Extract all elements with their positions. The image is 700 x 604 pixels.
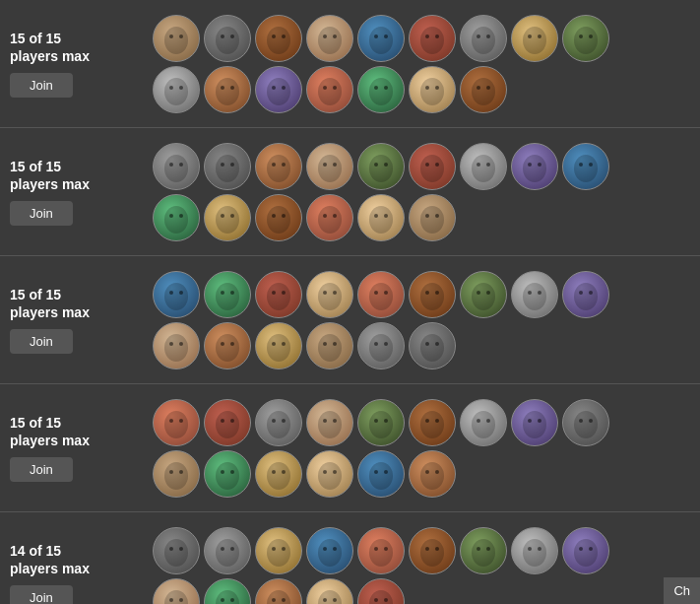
join-button[interactable]: Join [10, 329, 73, 354]
svg-point-21 [523, 27, 546, 54]
svg-point-90 [420, 206, 444, 234]
svg-point-78 [216, 206, 239, 234]
svg-point-96 [216, 283, 239, 310]
join-button[interactable]: Join [10, 73, 73, 98]
avatar [511, 271, 558, 318]
svg-point-60 [369, 155, 393, 182]
svg-point-89 [384, 214, 388, 218]
server-info: 14 of 15 players maxJoin [10, 542, 153, 604]
avatar [255, 66, 302, 113]
svg-point-9 [318, 27, 342, 54]
svg-point-209 [589, 547, 593, 551]
avatar [204, 15, 251, 62]
svg-point-61 [374, 163, 378, 167]
svg-point-51 [216, 155, 239, 182]
svg-point-192 [318, 539, 342, 567]
svg-point-14 [384, 34, 388, 38]
svg-point-125 [230, 342, 234, 346]
svg-point-157 [477, 419, 480, 423]
svg-point-77 [179, 214, 183, 218]
svg-point-186 [216, 539, 239, 567]
svg-point-124 [221, 342, 224, 346]
svg-point-144 [267, 411, 290, 438]
svg-point-40 [374, 86, 378, 90]
svg-point-54 [267, 155, 290, 182]
svg-point-215 [230, 598, 234, 602]
svg-point-197 [384, 547, 388, 551]
avatar [204, 578, 251, 605]
svg-point-47 [486, 86, 490, 90]
svg-point-108 [420, 283, 444, 310]
avatar [255, 322, 302, 369]
join-button[interactable]: Join [10, 201, 73, 226]
svg-point-138 [164, 411, 188, 438]
avatar [153, 194, 200, 241]
svg-point-191 [282, 547, 286, 551]
svg-point-63 [420, 155, 444, 182]
avatar [409, 322, 456, 369]
svg-point-88 [374, 214, 378, 218]
avatar [409, 450, 456, 498]
join-button[interactable]: Join [10, 585, 73, 604]
svg-point-211 [169, 598, 173, 602]
server-row: 14 of 15 players maxJoin [0, 512, 700, 604]
svg-point-179 [384, 470, 388, 474]
avatar [357, 578, 405, 605]
avatar [357, 271, 405, 318]
avatar [409, 143, 456, 190]
svg-point-159 [523, 411, 546, 438]
svg-point-87 [369, 206, 393, 234]
svg-point-147 [318, 411, 342, 438]
server-row: 15 of 15 players maxJoin [0, 0, 700, 128]
svg-point-204 [523, 539, 546, 567]
svg-point-107 [384, 291, 388, 295]
svg-point-213 [216, 590, 239, 605]
svg-point-200 [435, 547, 439, 551]
svg-point-224 [384, 598, 388, 602]
svg-point-42 [420, 78, 444, 105]
avatar [204, 399, 251, 446]
svg-point-2 [179, 34, 183, 38]
svg-point-44 [435, 86, 439, 90]
svg-point-36 [318, 78, 342, 105]
svg-point-189 [267, 539, 290, 567]
svg-point-121 [169, 342, 173, 346]
svg-point-95 [179, 291, 183, 295]
server-info: 15 of 15 players maxJoin [10, 414, 153, 482]
svg-point-131 [333, 342, 337, 346]
svg-point-199 [425, 547, 429, 551]
avatar [357, 66, 405, 113]
avatar [306, 578, 353, 605]
avatar [204, 322, 251, 369]
svg-point-79 [221, 214, 224, 218]
svg-point-102 [318, 283, 342, 310]
svg-point-27 [164, 78, 188, 105]
avatar [357, 399, 405, 446]
join-button[interactable]: Join [10, 457, 73, 482]
players-grid [153, 527, 690, 605]
svg-point-195 [369, 539, 393, 567]
svg-point-18 [472, 27, 495, 54]
svg-point-180 [420, 462, 444, 490]
svg-point-93 [164, 283, 188, 310]
svg-point-148 [323, 419, 327, 423]
svg-point-0 [164, 27, 188, 54]
avatar [153, 527, 200, 574]
svg-point-166 [169, 470, 173, 474]
svg-point-24 [574, 27, 598, 54]
player-count-label: 15 of 15 players max [10, 158, 90, 193]
avatar [255, 15, 302, 62]
avatar [460, 66, 507, 113]
avatar [409, 194, 456, 241]
svg-point-48 [164, 155, 188, 182]
avatar [306, 15, 353, 62]
avatar [204, 194, 251, 241]
svg-point-152 [384, 419, 388, 423]
avatar [153, 15, 200, 62]
chat-button[interactable]: Ch [664, 577, 700, 604]
svg-point-38 [333, 86, 337, 90]
svg-point-8 [282, 34, 286, 38]
avatar [562, 15, 609, 62]
svg-point-185 [179, 547, 183, 551]
svg-point-39 [369, 78, 393, 105]
